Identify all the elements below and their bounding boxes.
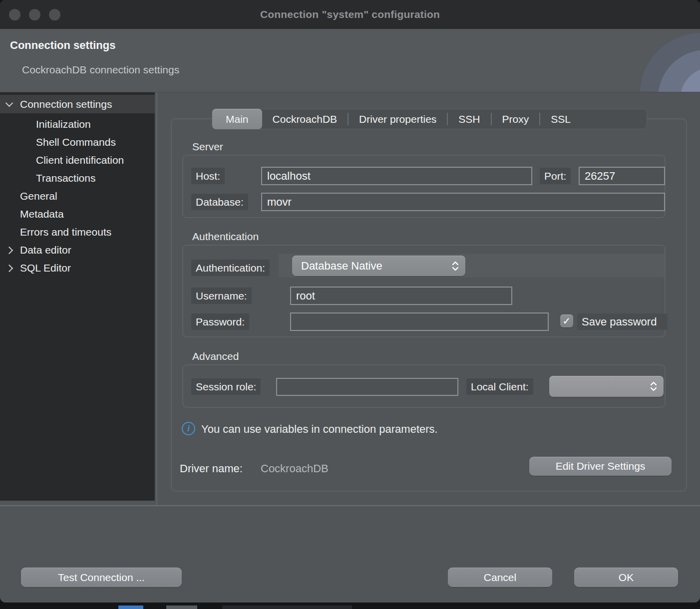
info-message: You can use variables in connection para… <box>201 423 438 436</box>
screen: Connection "system" configuration Connec… <box>0 0 700 609</box>
authentication-select[interactable]: Database Native <box>292 256 465 276</box>
chevron-right-icon[interactable] <box>5 265 13 273</box>
sidebar-item-sql-editor[interactable]: SQL Editor <box>0 259 155 277</box>
connection-configuration-dialog: Connection "system" configuration Connec… <box>0 0 700 603</box>
tab-cockroachdb[interactable]: CockroachDB <box>262 109 348 129</box>
sidebar-item-client-identification[interactable]: Client identification <box>0 151 155 169</box>
password-input[interactable] <box>290 312 549 331</box>
sidebar-splitter[interactable] <box>156 92 157 506</box>
password-label: Password: <box>191 313 249 330</box>
minimize-window-button[interactable] <box>29 9 40 20</box>
page-title: Connection settings <box>10 39 115 52</box>
database-label: Database: <box>191 194 248 210</box>
sidebar-item-transactions[interactable]: Transactions <box>0 169 155 187</box>
local-client-select[interactable] <box>549 376 664 397</box>
close-window-button[interactable] <box>9 9 20 20</box>
window-controls <box>9 9 60 20</box>
sidebar-item-shell-commands[interactable]: Shell Commands <box>0 133 155 151</box>
advanced-section-label: Advanced <box>192 350 239 362</box>
edit-driver-settings-button[interactable]: Edit Driver Settings <box>529 457 672 476</box>
tab-driver-properties[interactable]: Driver properties <box>349 109 447 129</box>
driver-name-value: CockroachDB <box>261 462 329 475</box>
window-title: Connection "system" configuration <box>260 8 440 20</box>
driver-name-label: Driver name: <box>180 462 243 475</box>
save-password-checkbox[interactable]: ✓ <box>560 314 573 327</box>
decorative-arcs <box>595 29 700 92</box>
session-role-input[interactable] <box>276 378 458 396</box>
tab-ssh[interactable]: SSH <box>448 109 490 129</box>
session-role-label: Session role: <box>191 378 261 395</box>
settings-tree: Connection settings Initialization Shell… <box>0 92 155 501</box>
sidebar-item-errors-and-timeouts[interactable]: Errors and timeouts <box>0 223 155 241</box>
dialog-header: Connection settings CockroachDB connecti… <box>0 29 700 92</box>
sidebar-item-initialization[interactable]: Initialization <box>0 115 155 133</box>
page-subtitle: CockroachDB connection settings <box>22 64 179 76</box>
updown-chevrons-icon <box>451 260 459 272</box>
ok-button[interactable]: OK <box>574 568 678 587</box>
port-label: Port: <box>540 168 571 184</box>
cancel-button[interactable]: Cancel <box>448 568 552 587</box>
footer-divider <box>0 505 700 506</box>
test-connection-button[interactable]: Test Connection ... <box>21 568 182 587</box>
server-section-label: Server <box>192 141 223 153</box>
port-input[interactable] <box>579 167 665 185</box>
authentication-section-label: Authentication <box>192 231 259 243</box>
background-window-fragment <box>166 606 197 609</box>
sidebar-item-general[interactable]: General <box>0 187 155 205</box>
host-input[interactable] <box>261 167 532 185</box>
background-window-fragment <box>222 606 352 609</box>
chevron-down-icon[interactable] <box>5 99 13 107</box>
username-input[interactable] <box>290 287 512 305</box>
username-label: Username: <box>191 288 252 304</box>
authentication-label: Authentication: <box>191 260 270 276</box>
info-icon: i <box>182 422 195 435</box>
sidebar-item-metadata[interactable]: Metadata <box>0 205 155 223</box>
checkmark-icon: ✓ <box>563 316 571 326</box>
title-bar: Connection "system" configuration <box>0 0 700 29</box>
local-client-label: Local Client: <box>466 378 533 395</box>
background-window-fragment <box>118 606 143 609</box>
chevron-right-icon[interactable] <box>5 247 13 255</box>
save-password-label[interactable]: Save password <box>577 313 668 330</box>
connection-tabs: Main CockroachDB Driver properties SSH P… <box>212 109 647 129</box>
updown-chevrons-icon <box>650 380 658 392</box>
sidebar-item-connection-settings[interactable]: Connection settings <box>0 95 155 113</box>
tab-ssl[interactable]: SSL <box>540 109 581 129</box>
database-input[interactable] <box>261 193 665 211</box>
sidebar-item-data-editor[interactable]: Data editor <box>0 241 155 259</box>
tab-proxy[interactable]: Proxy <box>492 109 540 129</box>
tab-main[interactable]: Main <box>212 109 262 129</box>
zoom-window-button[interactable] <box>49 9 60 20</box>
host-label: Host: <box>191 168 225 184</box>
